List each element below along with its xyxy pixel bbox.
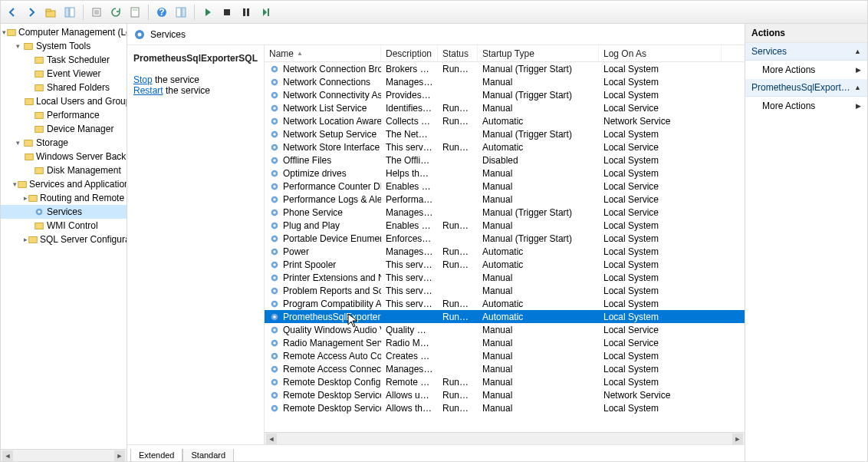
actions-section-selected[interactable]: PrometheusSqlExporterSQL ▲ [745, 79, 867, 97]
tab-extended[interactable]: Extended [130, 449, 182, 462]
service-row[interactable]: Remote Desktop ServicesAllows user...Run… [265, 388, 745, 401]
cell-logon: Local System [599, 90, 722, 101]
service-gear-icon [269, 194, 280, 205]
service-gear-icon [269, 377, 280, 388]
svg-rect-31 [29, 237, 38, 243]
svg-rect-21 [35, 113, 44, 119]
actions-section-services[interactable]: Services ▲ [745, 43, 867, 61]
expand-icon[interactable]: ▾ [13, 139, 22, 147]
tree-horizontal-scrollbar[interactable]: ◄ ► [1, 449, 127, 461]
service-row[interactable]: Program Compatibility Assi...This servic… [265, 297, 745, 310]
properties-icon[interactable] [127, 4, 143, 21]
tree-node[interactable]: Event Viewer [1, 67, 127, 81]
start-icon[interactable] [199, 4, 216, 21]
stop-service-link[interactable]: Stop [133, 74, 153, 85]
tree-node[interactable]: ▾System Tools [1, 39, 127, 53]
restart-service-link[interactable]: Restart [133, 85, 163, 96]
service-row[interactable]: PrometheusSqlExporterSQLRunningAutomatic… [265, 310, 745, 323]
column-logon[interactable]: Log On As [599, 45, 722, 61]
actions-more-selected[interactable]: More Actions ▶ [745, 97, 867, 115]
service-row[interactable]: Plug and PlayEnables a c...RunningManual… [265, 219, 745, 232]
export-icon[interactable] [88, 4, 105, 21]
service-row[interactable]: Network Connectivity Assi...Provides Dir… [265, 88, 745, 101]
service-row[interactable]: Performance Counter DLL ...Enables rem..… [265, 180, 745, 193]
services-body: PrometheusSqlExporterSQL Stop the servic… [127, 45, 745, 444]
service-row[interactable]: Problem Reports and Soluti...This servic… [265, 284, 745, 297]
tree-node[interactable]: Performance [1, 108, 127, 122]
column-name[interactable]: Name▲ [265, 45, 381, 61]
services-list[interactable]: Network Connection BrokerBrokers con...R… [265, 62, 745, 432]
service-gear-icon [269, 364, 280, 375]
restart-icon[interactable] [257, 4, 274, 21]
service-row[interactable]: Remote Access Connection...Manages di...… [265, 362, 745, 375]
service-row[interactable]: Remote Desktop Configurat...Remote Des..… [265, 375, 745, 388]
forward-icon[interactable] [23, 4, 40, 21]
pause-icon[interactable] [238, 4, 255, 21]
cell-desc: Manages p... [381, 246, 438, 257]
expand-icon[interactable]: ▾ [13, 42, 22, 50]
service-row[interactable]: PowerManages p...RunningAutomaticLocal S… [265, 245, 745, 258]
cell-logon: Local System [599, 246, 722, 257]
tree-node[interactable]: ▾Services and Applications [1, 177, 127, 191]
service-row[interactable]: Network Location AwarenessCollects an...… [265, 114, 745, 127]
service-gear-icon [269, 338, 280, 348]
service-row[interactable]: Network List ServiceIdentifies th...Runn… [265, 101, 745, 114]
service-row[interactable]: Network Setup ServiceThe Networ...Manual… [265, 127, 745, 140]
tab-standard[interactable]: Standard [182, 449, 234, 462]
tree-node[interactable]: Device Manager [1, 122, 127, 136]
list-horizontal-scrollbar[interactable]: ◄ ► [265, 432, 745, 444]
column-startup[interactable]: Startup Type [478, 45, 599, 61]
service-row[interactable]: Print SpoolerThis service ...RunningAuto… [265, 258, 745, 271]
column-status[interactable]: Status [438, 45, 478, 61]
navigation-tree[interactable]: ▾Computer Management (Local)▾System Tool… [1, 24, 127, 248]
tree-node[interactable]: Shared Folders [1, 81, 127, 94]
service-row[interactable]: Quality Windows Audio Vid...Quality Win.… [265, 323, 745, 336]
service-row[interactable]: Network ConnectionsManages o...ManualLoc… [265, 75, 745, 88]
service-row[interactable]: Remote Access Auto Conne...Creates a co.… [265, 349, 745, 362]
stop-icon[interactable] [219, 4, 235, 21]
service-row[interactable]: Remote Desktop Services U...Allows the r… [265, 401, 745, 414]
service-row[interactable]: Radio Management ServiceRadio Mana...Man… [265, 336, 745, 349]
svg-point-41 [273, 107, 276, 110]
tree-node[interactable]: ▾Storage [1, 136, 127, 150]
tree-node[interactable]: Disk Management [1, 163, 127, 177]
up-icon[interactable] [42, 4, 59, 21]
service-row[interactable]: Offline FilesThe Offline ...DisabledLoca… [265, 153, 745, 167]
scroll-right-icon[interactable]: ► [114, 450, 125, 461]
tree-node[interactable]: Windows Server Backup [1, 150, 127, 163]
service-gear-icon [269, 259, 280, 270]
tree-node[interactable]: Local Users and Groups [1, 94, 127, 108]
service-row[interactable]: Network Store Interface Ser...This servi… [265, 140, 745, 153]
service-gear-icon [269, 351, 280, 361]
cell-status: Running [438, 103, 478, 114]
service-row[interactable]: Printer Extensions and Notif...This serv… [265, 271, 745, 284]
tree-node[interactable]: ▾Computer Management (Local) [1, 25, 127, 39]
service-row[interactable]: Optimize drivesHelps the c...ManualLocal… [265, 167, 745, 180]
tree-node[interactable]: ▸Routing and Remote Ac [1, 191, 127, 205]
service-row[interactable]: Network Connection BrokerBrokers con...R… [265, 62, 745, 75]
tree-node[interactable]: WMI Control [1, 219, 127, 233]
cell-logon: Local System [599, 64, 722, 74]
actions-more-services[interactable]: More Actions ▶ [745, 61, 867, 79]
service-row[interactable]: Portable Device Enumerator...Enforces gr… [265, 232, 745, 245]
cell-startup: Manual (Trigger Start) [478, 90, 599, 101]
column-desc[interactable]: Description [381, 45, 438, 61]
cell-name: Network Store Interface Ser... [265, 142, 381, 153]
scroll-left-icon[interactable]: ◄ [266, 434, 277, 444]
back-icon[interactable] [4, 4, 21, 21]
tree-node[interactable]: ▸SQL Server Configuratio [1, 233, 127, 246]
show-hide-tree-icon[interactable] [61, 4, 78, 21]
show-hide-action-icon[interactable] [173, 4, 189, 21]
tree-node[interactable]: Task Scheduler [1, 53, 127, 67]
svg-rect-19 [35, 85, 44, 91]
scroll-right-icon[interactable]: ► [732, 434, 743, 444]
cell-name: Quality Windows Audio Vid... [265, 325, 381, 335]
svg-rect-3 [70, 8, 74, 17]
scroll-left-icon[interactable]: ◄ [2, 450, 13, 461]
help-icon[interactable]: ? [153, 4, 170, 21]
refresh-icon[interactable] [107, 4, 124, 21]
tree-node[interactable]: Services [1, 205, 127, 219]
service-row[interactable]: Performance Logs & AlertsPerformanc...Ma… [265, 193, 745, 206]
svg-rect-13 [247, 8, 249, 16]
service-row[interactable]: Phone ServiceManages th...Manual (Trigge… [265, 206, 745, 219]
